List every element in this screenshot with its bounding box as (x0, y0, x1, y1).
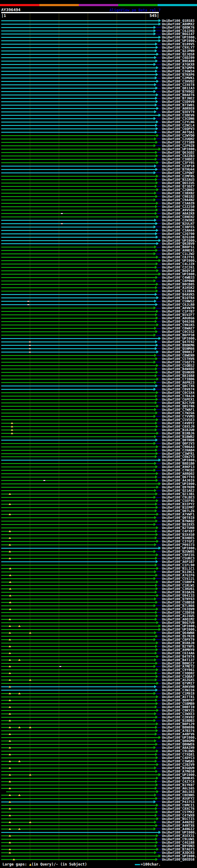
hit-line[interactable] (1, 375, 155, 376)
hit-label[interactable]: UniRef100_C7W2G6 (162, 411, 195, 415)
hit-line[interactable] (1, 551, 154, 552)
hit-line[interactable] (1, 216, 156, 217)
hit-label[interactable]: UniRef100_C6I4A6 (162, 652, 195, 655)
hit-line[interactable] (1, 653, 155, 654)
hit-line[interactable] (1, 406, 156, 407)
hit-line[interactable] (1, 335, 154, 336)
hit-line[interactable] (1, 815, 155, 816)
hit-line[interactable] (6, 791, 156, 792)
hit-line[interactable] (1, 822, 154, 823)
hit-line[interactable] (1, 761, 155, 762)
hit-line[interactable] (1, 125, 155, 126)
hit-line[interactable] (1, 345, 156, 346)
hit-line[interactable] (1, 741, 154, 741)
hit-label[interactable]: UniRef100_Q64WN8 (162, 631, 195, 634)
hit-label[interactable]: UniRef100_B4T137 (162, 658, 195, 662)
hit-line[interactable] (1, 852, 154, 853)
hit-line[interactable] (1, 545, 154, 545)
hit-line[interactable] (1, 436, 154, 437)
hit-label[interactable]: UniRef100_C3AH44 (162, 229, 195, 232)
hit-line[interactable] (1, 456, 155, 457)
hit-line[interactable] (1, 568, 156, 569)
hit-line[interactable] (1, 159, 155, 160)
hit-line[interactable] (1, 808, 155, 809)
hit-line[interactable] (1, 693, 154, 694)
hit-label[interactable]: UniRef100_C2Q700 (162, 232, 195, 236)
hit-line[interactable] (1, 237, 156, 238)
hit-line[interactable] (1, 416, 154, 417)
hit-line[interactable] (1, 463, 154, 464)
hit-line[interactable] (1, 673, 155, 674)
hit-line[interactable] (1, 409, 154, 410)
hit-line[interactable] (1, 243, 156, 244)
hit-line[interactable] (1, 527, 156, 528)
hit-line[interactable] (1, 318, 156, 319)
hit-line[interactable] (1, 494, 156, 495)
hit-line[interactable] (1, 88, 156, 89)
hit-line[interactable] (1, 352, 156, 352)
hit-line[interactable] (1, 426, 156, 427)
hit-line[interactable] (1, 64, 154, 65)
hit-label[interactable]: UniRef100_B1RBJ6 (162, 432, 195, 435)
hit-line[interactable] (1, 490, 154, 491)
hit-line[interactable] (1, 91, 154, 92)
hit-line[interactable] (1, 145, 154, 146)
hit-line[interactable] (1, 632, 154, 633)
hit-line[interactable] (1, 517, 154, 518)
hit-line[interactable] (1, 101, 156, 102)
hit-line[interactable] (1, 196, 156, 197)
hit-line[interactable] (1, 788, 155, 789)
hit-line[interactable] (1, 636, 156, 637)
hit-line[interactable] (1, 230, 156, 231)
hit-line[interactable] (1, 338, 159, 339)
hit-line[interactable] (1, 531, 155, 532)
hit-label[interactable]: UniRef100_UPI000.. (162, 628, 197, 631)
hit-line[interactable] (1, 825, 156, 826)
hit-line[interactable] (1, 203, 156, 204)
hit-line[interactable] (1, 629, 159, 630)
hit-label[interactable]: UniRef100_B7AGT3 (162, 848, 195, 851)
hit-line[interactable] (1, 267, 155, 268)
hit-line[interactable] (1, 487, 156, 488)
hit-label[interactable]: UniRef100_C4G1B8 (162, 841, 195, 844)
hit-line[interactable] (1, 284, 156, 285)
hit-line[interactable] (1, 396, 155, 397)
hit-label[interactable]: UniRef100_UPI000.. (162, 855, 197, 858)
hit-line[interactable] (1, 34, 154, 34)
hit-line[interactable] (1, 382, 154, 383)
hit-line[interactable] (1, 173, 154, 173)
hit-line[interactable] (1, 44, 155, 45)
hit-label[interactable]: UniRef100_Q0TRD8 (162, 438, 195, 442)
hit-line[interactable] (1, 132, 155, 133)
hit-line[interactable] (1, 504, 155, 505)
hit-line[interactable] (1, 676, 156, 677)
hit-label[interactable]: UniRef100_Q8DK76 (162, 26, 195, 29)
hit-line[interactable] (1, 264, 156, 265)
hit-label[interactable]: UniRef100_C2Z2S0 (162, 205, 195, 209)
hit-line[interactable] (1, 420, 156, 420)
hit-line[interactable] (1, 115, 159, 116)
hit-line[interactable] (1, 606, 154, 606)
hit-line[interactable] (1, 359, 156, 359)
hit-line[interactable] (1, 308, 154, 309)
hit-line[interactable] (1, 795, 154, 796)
hit-line[interactable] (1, 379, 156, 380)
hit-label[interactable]: UniRef100_A9MHY0 (162, 648, 195, 652)
hit-line[interactable] (1, 98, 155, 99)
hit-line[interactable] (1, 433, 156, 434)
hit-line[interactable] (1, 832, 159, 833)
hit-line[interactable] (1, 683, 156, 684)
hit-line[interactable] (1, 805, 156, 806)
hit-line[interactable] (1, 311, 156, 312)
hit-line[interactable] (1, 784, 156, 785)
hit-label[interactable]: UniRef100_B5R8J0 (162, 641, 195, 645)
hit-label[interactable]: UniRef100_B1RJU0 (162, 428, 195, 432)
hit-line[interactable] (1, 253, 154, 254)
hit-label[interactable]: UniRef100_B2TNF5 (162, 645, 195, 648)
hit-line[interactable] (1, 663, 156, 664)
hit-line[interactable] (1, 166, 154, 166)
hit-line[interactable] (1, 227, 154, 227)
hit-line[interactable] (1, 582, 156, 583)
hit-label[interactable]: UniRef100_C8NEH2 (162, 215, 195, 219)
hit-line[interactable] (1, 186, 155, 187)
